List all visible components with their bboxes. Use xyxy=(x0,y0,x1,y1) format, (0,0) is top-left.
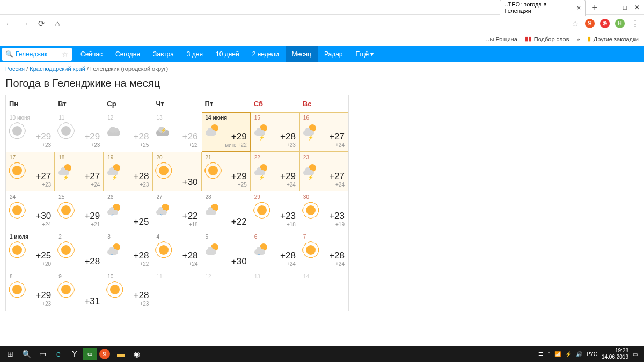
star-icon[interactable]: ☆ xyxy=(570,19,580,28)
chrome-icon[interactable]: ◉ xyxy=(129,346,145,362)
start-button[interactable]: ⊞ xyxy=(2,346,18,362)
dayname: Чт xyxy=(152,95,201,112)
calendar-day[interactable]: 11 xyxy=(152,271,201,311)
calendar-day[interactable]: 10+28+23 xyxy=(104,271,152,311)
weather-icon xyxy=(156,123,171,138)
crumb-link[interactable]: Краснодарский край xyxy=(30,65,85,72)
bookmark-item[interactable]: …ы Рощина xyxy=(484,36,517,42)
yandex-icon[interactable]: Я xyxy=(585,19,595,28)
calendar-day[interactable]: 28+22 xyxy=(202,191,251,231)
network-icon[interactable]: 📶 xyxy=(554,351,561,357)
home-button[interactable]: ⌂ xyxy=(53,19,62,28)
calendar-day[interactable]: 14 июня+29мин: +22 xyxy=(202,112,251,152)
page-title: Погода в Геленджике на месяц xyxy=(0,75,644,95)
favorite-icon[interactable]: ☆ xyxy=(62,50,69,58)
notifications-icon[interactable]: ▭ xyxy=(633,351,638,357)
dayname: Пт xyxy=(202,95,251,112)
calendar-day[interactable]: 3+28+22 xyxy=(104,231,152,271)
back-button[interactable]: ← xyxy=(4,19,14,28)
calendar-day[interactable]: 24+30+24 xyxy=(6,191,55,231)
explorer-icon[interactable]: ▬ xyxy=(113,346,129,362)
nav-10days[interactable]: 10 дней xyxy=(209,46,246,62)
temp-low: +19 xyxy=(329,221,345,227)
crumb-link[interactable]: Россия xyxy=(5,65,25,72)
calendar-day[interactable]: 15+28+23 xyxy=(251,112,299,152)
bookmark-item[interactable]: ▮▮Подбор слов xyxy=(525,35,569,42)
calendar-day[interactable]: 13+26+22 xyxy=(152,112,201,152)
yandex-app-icon[interactable]: Я xyxy=(97,346,113,362)
clock[interactable]: 19:2814.06.2019 xyxy=(602,348,628,360)
calendar-day[interactable]: 4+28+24 xyxy=(152,231,201,271)
nav-more[interactable]: Ещё ▾ xyxy=(349,46,380,62)
day-date: 30 xyxy=(303,194,345,200)
calendar-day[interactable]: 11+29+23 xyxy=(55,112,104,152)
calendar-day[interactable]: 1 июля+25+20 xyxy=(6,231,55,271)
calendar-day[interactable]: 22+29+24 xyxy=(251,152,299,191)
calendar-day[interactable]: 26+25 xyxy=(104,191,152,231)
browser-tab[interactable]: ..TEO: погода в Геленджи × xyxy=(500,0,586,16)
new-tab-button[interactable]: + xyxy=(589,3,600,12)
minimize-button[interactable]: — xyxy=(609,4,616,11)
maximize-button[interactable]: □ xyxy=(623,4,627,11)
temp-high: +29 xyxy=(225,131,247,142)
calendar-day[interactable]: 29+23+18 xyxy=(251,191,299,231)
temp-high: +22 xyxy=(182,211,198,221)
window-close-button[interactable]: ✕ xyxy=(634,4,640,11)
volume-icon[interactable]: 🔊 xyxy=(576,351,582,357)
nav-month[interactable]: Месяц xyxy=(286,46,318,62)
calendar-day[interactable]: 13 xyxy=(251,271,299,311)
yandex-browser-icon[interactable]: Y xyxy=(67,346,83,362)
forward-button[interactable]: → xyxy=(20,19,30,28)
calendar-day[interactable]: 8+29+23 xyxy=(6,271,55,311)
calendar-day[interactable]: 5+30 xyxy=(202,231,251,271)
weather-icon xyxy=(107,163,122,178)
calendar-day[interactable]: 19+28+23 xyxy=(104,152,152,191)
breadcrumb: Россия / Краснодарский край / Геленджик … xyxy=(0,62,644,75)
calendar-day[interactable]: 16+27+24 xyxy=(299,112,348,152)
calendar-day[interactable]: 23+27+24 xyxy=(299,152,348,191)
bookmarks-overflow[interactable]: » xyxy=(577,36,580,42)
nav-3days[interactable]: 3 дня xyxy=(180,46,209,62)
calendar-day[interactable]: 21+29+25 xyxy=(202,152,251,191)
day-date: 9 xyxy=(58,274,100,279)
temp-high: +27 xyxy=(329,131,345,142)
nav-2weeks[interactable]: 2 недели xyxy=(246,46,286,62)
reload-button[interactable]: ⟳ xyxy=(36,19,46,28)
calendar-day[interactable]: 14 xyxy=(299,271,348,311)
nav-tomorrow[interactable]: Завтра xyxy=(147,46,180,62)
app-icon[interactable]: ꝏ xyxy=(83,348,97,360)
calendar-day[interactable]: 9+31 xyxy=(55,271,104,311)
nav-today[interactable]: Сегодня xyxy=(109,46,147,62)
calendar-day[interactable]: 18+27+24 xyxy=(55,152,104,191)
calendar-day[interactable]: 12 xyxy=(202,271,251,311)
tray-up-icon[interactable]: ˄ xyxy=(547,351,550,357)
calendar-day[interactable]: 6+28+24 xyxy=(251,231,299,271)
search-input[interactable] xyxy=(16,50,58,58)
nav-now[interactable]: Сейчас xyxy=(74,46,109,62)
temp-low: +20 xyxy=(35,261,51,267)
nav-radar[interactable]: Радар xyxy=(318,46,349,62)
pinterest-icon[interactable]: ℗ xyxy=(600,19,610,28)
task-view-icon[interactable]: ▭ xyxy=(34,346,50,362)
calendar-day[interactable]: 25+29+21 xyxy=(55,191,104,231)
calendar-day[interactable]: 17+27+23 xyxy=(6,152,55,191)
calendar-day[interactable]: 30+23+19 xyxy=(299,191,348,231)
calendar-day[interactable]: 27+22+18 xyxy=(152,191,201,231)
city-search[interactable]: 🔍 ☆ xyxy=(2,48,72,61)
menu-icon[interactable]: ⋮ xyxy=(630,19,640,28)
edge-icon[interactable]: e xyxy=(50,346,67,362)
calendar-day[interactable]: 20+30 xyxy=(152,152,201,191)
other-bookmarks[interactable]: ▮Другие закладки xyxy=(588,35,639,42)
language-indicator[interactable]: РУС xyxy=(587,351,597,357)
search-icon[interactable]: 🔍 xyxy=(18,346,34,362)
wifi-icon[interactable]: ⚡ xyxy=(565,351,572,357)
profile-icon[interactable]: Н xyxy=(615,19,625,28)
calendar-day[interactable]: 10 июня+29+23 xyxy=(6,112,55,152)
calendar-day[interactable]: 12+28+25 xyxy=(104,112,152,152)
calendar-day[interactable]: 2+28 xyxy=(55,231,104,271)
tray-icon[interactable]: ䷀ xyxy=(538,351,543,357)
calendar-day[interactable]: 7+28+24 xyxy=(299,231,348,271)
temp-low: +18 xyxy=(280,221,296,227)
dayname: Пн xyxy=(6,95,55,112)
close-icon[interactable]: × xyxy=(577,4,581,12)
